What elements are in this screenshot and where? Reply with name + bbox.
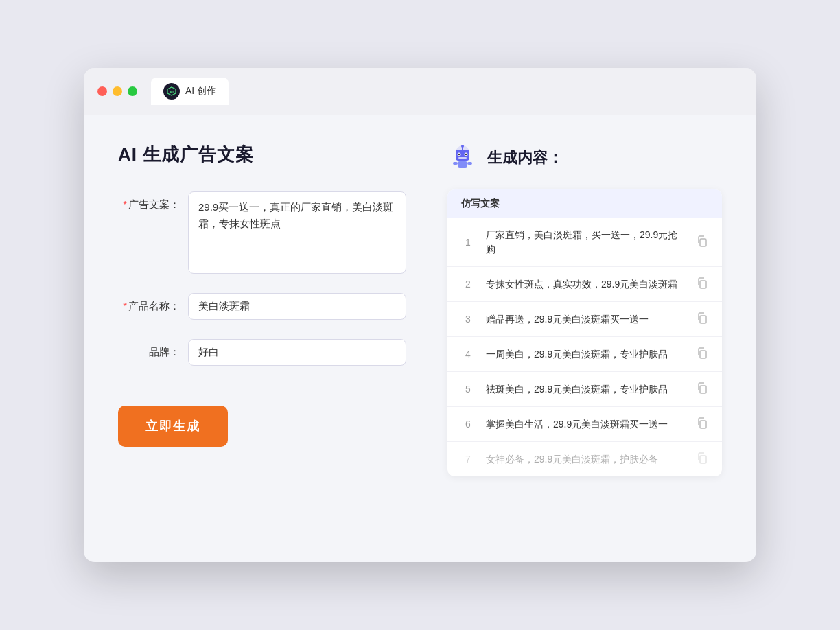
result-row-7: 7女神必备，29.9元美白淡斑霜，护肤必备 — [447, 442, 722, 476]
row-text-4: 一周美白，29.9元美白淡斑霜，专业护肤品 — [486, 347, 685, 362]
results-container: 1厂家直销，美白淡斑霜，买一送一，29.9元抢购 2专抹女性斑点，真实功效，29… — [447, 218, 722, 476]
traffic-lights — [97, 86, 137, 96]
svg-rect-15 — [700, 281, 706, 288]
result-row-4: 4一周美白，29.9元美白淡斑霜，专业护肤品 — [447, 337, 722, 372]
robot-icon — [447, 143, 478, 173]
svg-rect-19 — [700, 421, 706, 428]
close-button[interactable] — [97, 86, 107, 96]
row-number-1: 1 — [461, 237, 475, 248]
row-text-1: 厂家直销，美白淡斑霜，买一送一，29.9元抢购 — [486, 228, 685, 257]
svg-point-5 — [461, 145, 464, 148]
page-title: AI 生成广告文案 — [118, 143, 406, 167]
ai-tab-icon: AI — [163, 83, 180, 100]
copy-button-5[interactable] — [696, 382, 708, 397]
row-text-3: 赠品再送，29.9元美白淡斑霜买一送一 — [486, 312, 685, 327]
copy-button-1[interactable] — [696, 235, 708, 250]
row-number-3: 3 — [461, 314, 475, 325]
right-title: 生成内容： — [487, 148, 563, 168]
result-row-3: 3赠品再送，29.9元美白淡斑霜买一送一 — [447, 302, 722, 337]
result-row-2: 2专抹女性斑点，真实功效，29.9元美白淡斑霜 — [447, 267, 722, 302]
svg-rect-17 — [700, 351, 706, 358]
brand-label: 品牌： — [118, 339, 180, 359]
required-star-2: * — [123, 300, 127, 312]
row-number-4: 4 — [461, 349, 475, 360]
main-content: AI 生成广告文案 *广告文案： 29.9买一送一，真正的厂家直销，美白淡斑霜，… — [84, 115, 756, 504]
ad-copy-textarea[interactable]: 29.9买一送一，真正的厂家直销，美白淡斑霜，专抹女性斑点 — [188, 191, 406, 274]
generate-button[interactable]: 立即生成 — [118, 406, 228, 447]
ad-copy-label: *广告文案： — [118, 191, 180, 211]
product-name-row: *产品名称： — [118, 293, 406, 320]
browser-window: AI AI 创作 AI 生成广告文案 *广告文案： 29.9买一送一，真正的厂家… — [84, 68, 756, 562]
copy-button-4[interactable] — [696, 347, 708, 362]
svg-rect-13 — [467, 162, 472, 165]
svg-rect-16 — [700, 316, 706, 323]
right-header: 生成内容： — [447, 143, 722, 173]
result-row-1: 1厂家直销，美白淡斑霜，买一送一，29.9元抢购 — [447, 218, 722, 267]
brand-input[interactable] — [188, 339, 406, 366]
svg-rect-14 — [700, 239, 706, 246]
svg-text:AI: AI — [170, 90, 174, 94]
result-row-5: 5祛斑美白，29.9元美白淡斑霜，专业护肤品 — [447, 372, 722, 407]
tab-label: AI 创作 — [185, 85, 216, 97]
table-header: 仿写文案 — [447, 189, 722, 218]
svg-rect-20 — [700, 456, 706, 463]
row-number-2: 2 — [461, 279, 475, 290]
titlebar: AI AI 创作 — [84, 68, 756, 115]
required-star: * — [123, 198, 127, 210]
browser-tab[interactable]: AI AI 创作 — [151, 78, 229, 105]
result-row-6: 6掌握美白生活，29.9元美白淡斑霜买一送一 — [447, 407, 722, 442]
svg-rect-10 — [458, 157, 467, 159]
maximize-button[interactable] — [128, 86, 137, 96]
copy-button-3[interactable] — [696, 312, 708, 327]
minimize-button[interactable] — [113, 86, 122, 96]
svg-rect-11 — [458, 161, 467, 168]
ad-copy-row: *广告文案： 29.9买一送一，真正的厂家直销，美白淡斑霜，专抹女性斑点 — [118, 191, 406, 274]
copy-button-2[interactable] — [696, 277, 708, 292]
row-text-6: 掌握美白生活，29.9元美白淡斑霜买一送一 — [486, 417, 685, 432]
svg-point-8 — [458, 154, 460, 155]
svg-point-9 — [465, 154, 467, 155]
row-text-7: 女神必备，29.9元美白淡斑霜，护肤必备 — [486, 452, 685, 467]
row-text-2: 专抹女性斑点，真实功效，29.9元美白淡斑霜 — [486, 277, 685, 292]
svg-rect-12 — [453, 162, 458, 165]
left-panel: AI 生成广告文案 *广告文案： 29.9买一送一，真正的厂家直销，美白淡斑霜，… — [118, 143, 406, 476]
row-number-5: 5 — [461, 384, 475, 395]
product-name-input[interactable] — [188, 293, 406, 320]
row-text-5: 祛斑美白，29.9元美白淡斑霜，专业护肤品 — [486, 382, 685, 397]
right-panel: 生成内容： 仿写文案 1厂家直销，美白淡斑霜，买一送一，29.9元抢购 2专抹女… — [447, 143, 722, 476]
copy-button-7[interactable] — [696, 452, 708, 467]
row-number-6: 6 — [461, 419, 475, 430]
product-name-label: *产品名称： — [118, 293, 180, 313]
row-number-7: 7 — [461, 454, 475, 465]
copy-button-6[interactable] — [696, 417, 708, 432]
svg-rect-18 — [700, 386, 706, 393]
results-table: 仿写文案 1厂家直销，美白淡斑霜，买一送一，29.9元抢购 2专抹女性斑点，真实… — [447, 189, 722, 476]
brand-row: 品牌： — [118, 339, 406, 366]
